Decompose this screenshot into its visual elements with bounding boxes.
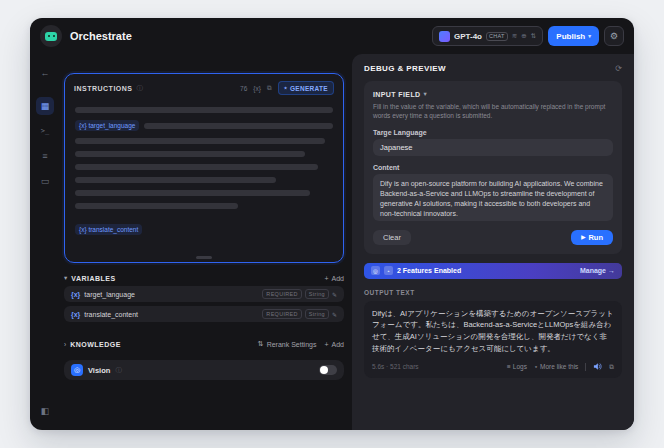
clear-button[interactable]: Clear	[373, 230, 411, 245]
instructions-tools: 76 {x} ⧉ ⋆ GENERATE	[240, 81, 334, 95]
logs-button[interactable]: ≡ Logs	[507, 363, 527, 370]
model-params-icon[interactable]: ≋	[512, 32, 517, 40]
variable-chip-target-language[interactable]: {x} target_language	[75, 120, 139, 131]
topbar-actions: Publish ▾ ⚙	[548, 26, 624, 46]
add-knowledge-button[interactable]: + Add	[324, 341, 344, 348]
variable-chip-translate-content[interactable]: {x} translate_content	[75, 224, 142, 235]
vision-label: Vision	[88, 366, 110, 375]
logs-label: Logs	[513, 363, 527, 370]
instructions-body[interactable]: {x} target_language {x} translate_conten…	[65, 100, 343, 236]
panel-collapse-icon: ◧	[41, 406, 50, 416]
input-field-card: INPUT FIELD ▾ Fill in the value of the v…	[364, 81, 622, 254]
type-badge[interactable]: String	[305, 309, 329, 319]
add-knowledge-label: Add	[332, 341, 344, 348]
model-selector[interactable]: GPT-4o CHAT ≋ ⊕ ⇅	[432, 26, 543, 46]
info-icon: ⓘ	[137, 84, 144, 93]
run-label: Run	[588, 233, 603, 242]
model-tools-icon[interactable]: ⊕	[521, 32, 526, 40]
instructions-panel[interactable]: INSTRUCTIONS ⓘ 76 {x} ⧉ ⋆ GENERATE {x} t…	[64, 73, 344, 263]
variable-row-translate-content[interactable]: {x} translate_content REQUIRED String ✎	[64, 306, 344, 322]
vision-feature-icon: ◎	[371, 266, 380, 275]
output-meta-row: 5.6s · 521 chars ≡ Logs ⋆ More like this	[372, 362, 614, 371]
input-field-title: INPUT FIELD	[373, 91, 421, 98]
chevron-down-icon[interactable]: ▾	[64, 274, 67, 282]
chevron-down-icon: ▾	[588, 33, 591, 39]
knowledge-header: › KNOWLEDGE ⇅ Rerank Settings + Add	[64, 340, 344, 348]
manage-features-button[interactable]: Manage →	[580, 267, 615, 274]
generate-button[interactable]: ⋆ GENERATE	[278, 81, 334, 95]
features-enabled-label: 2 Features Enabled	[397, 267, 461, 274]
variables-title: VARIABLES	[71, 275, 115, 282]
required-badge: REQUIRED	[262, 309, 301, 319]
model-provider-icon	[439, 31, 450, 42]
rerank-settings-button[interactable]: ⇅ Rerank Settings	[258, 340, 317, 348]
variables-header: ▾ VARIABLES + Add	[64, 274, 344, 282]
input-field-header[interactable]: INPUT FIELD ▾	[373, 90, 613, 98]
settings-button[interactable]: ⚙	[604, 26, 624, 46]
eye-icon: ◎	[74, 366, 80, 374]
run-button[interactable]: ▶ Run	[571, 230, 613, 245]
nav-item-logs[interactable]: ≡	[36, 147, 54, 165]
generate-label: GENERATE	[290, 85, 328, 92]
orchestrate-column: INSTRUCTIONS ⓘ 76 {x} ⧉ ⋆ GENERATE {x} t…	[60, 54, 352, 430]
model-expand-icon[interactable]: ⇅	[531, 32, 536, 40]
back-arrow-icon: ←	[41, 68, 50, 78]
copy-output-button[interactable]: ⧉	[609, 363, 614, 371]
knowledge-section: › KNOWLEDGE ⇅ Rerank Settings + Add	[64, 340, 344, 348]
type-badge[interactable]: String	[305, 289, 329, 299]
char-count: 76	[240, 85, 247, 92]
insert-variable-icon[interactable]: {x}	[253, 85, 261, 92]
add-variable-label: Add	[332, 275, 344, 282]
toggle-knob	[320, 366, 328, 374]
more-like-this-label: More like this	[540, 363, 578, 370]
model-name: GPT-4o	[454, 32, 482, 41]
target-language-label: Targe Language	[373, 129, 613, 136]
output-text-title: OUTPUT TEXT	[364, 289, 622, 296]
play-icon: ▶	[581, 234, 585, 240]
page-title: Orchestrate	[70, 30, 132, 42]
instructions-title: INSTRUCTIONS	[74, 85, 133, 92]
arrow-right-icon: →	[608, 267, 615, 274]
variable-name: translate_content	[84, 311, 138, 318]
variable-row-target-language[interactable]: {x} target_language REQUIRED String ✎	[64, 286, 344, 302]
copy-icon[interactable]: ⧉	[267, 84, 272, 92]
edit-icon[interactable]: ✎	[332, 311, 337, 318]
content-textarea[interactable]: Dify is an open-source platform for buil…	[373, 174, 613, 221]
app-window: Orchestrate GPT-4o CHAT ≋ ⊕ ⇅ Publish ▾ …	[30, 18, 634, 430]
vision-toggle[interactable]	[319, 365, 337, 375]
skeleton-line	[75, 107, 333, 113]
app-logo[interactable]	[40, 25, 62, 47]
chevron-right-icon[interactable]: ›	[64, 341, 66, 348]
features-enabled-bar[interactable]: ◎ ⋆ 2 Features Enabled Manage →	[364, 263, 622, 279]
copy-icon: ⧉	[609, 363, 614, 371]
nav-item-api-access[interactable]: >_	[36, 122, 54, 140]
refresh-icon[interactable]: ⟳	[615, 64, 622, 73]
chevron-down-icon: ▾	[424, 90, 427, 98]
publish-label: Publish	[556, 32, 585, 41]
plus-icon: +	[324, 341, 328, 348]
more-like-this-button[interactable]: ⋆ More like this	[534, 363, 578, 371]
annotation-icon: ▭	[41, 176, 50, 186]
target-language-input[interactable]: Japanese	[373, 139, 613, 156]
skeleton-line	[75, 190, 310, 196]
divider	[585, 363, 586, 371]
model-mode-badge: CHAT	[486, 32, 508, 41]
input-field-description: Fill in the value of the variable, which…	[373, 102, 613, 121]
plus-icon: +	[324, 275, 328, 282]
terminal-icon: >_	[41, 127, 49, 135]
info-icon: ⓘ	[115, 366, 122, 375]
back-button[interactable]: ←	[36, 64, 54, 82]
collapse-sidebar-button[interactable]: ◧	[36, 402, 54, 420]
required-badge: REQUIRED	[262, 289, 301, 299]
skeleton-row: {x} target_language	[75, 120, 333, 131]
content-label: Content	[373, 164, 613, 171]
nav-item-orchestrate[interactable]: ▦	[36, 97, 54, 115]
resize-handle[interactable]	[196, 256, 212, 259]
speaker-button[interactable]	[593, 362, 602, 371]
edit-icon[interactable]: ✎	[332, 291, 337, 298]
nav-item-annotations[interactable]: ▭	[36, 172, 54, 190]
robot-icon	[45, 32, 57, 41]
add-variable-button[interactable]: + Add	[324, 275, 344, 282]
publish-button[interactable]: Publish ▾	[548, 26, 599, 46]
speaker-icon	[593, 362, 602, 371]
